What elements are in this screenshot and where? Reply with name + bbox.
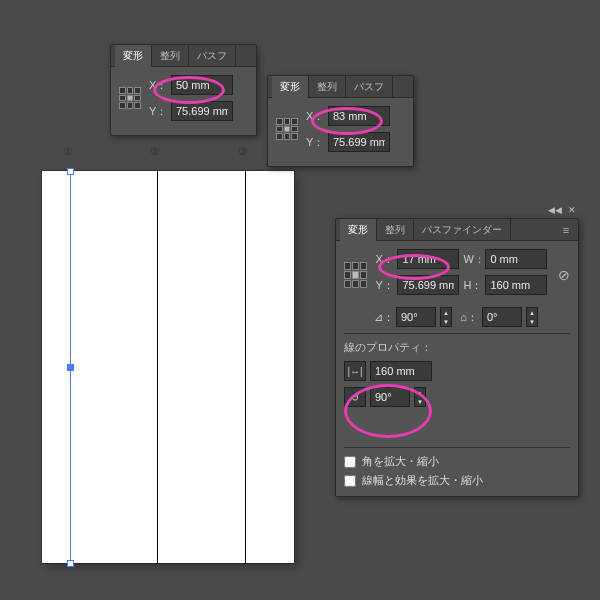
marker-2: ② — [150, 145, 160, 158]
constrain-link-icon[interactable]: ⊘ — [557, 261, 570, 289]
checkbox-input[interactable] — [344, 475, 356, 487]
spinner-down-icon: ▼ — [529, 319, 535, 325]
tab-label: パスファインダー — [422, 224, 502, 235]
tab-pathf[interactable]: パスフ — [346, 76, 393, 98]
shear-label: ⌂： — [456, 310, 478, 325]
y-label: Y： — [306, 135, 324, 150]
guide-line-2[interactable] — [157, 171, 158, 563]
tab-align[interactable]: 整列 — [309, 76, 346, 98]
h-label: H： — [463, 278, 481, 293]
x-label: X： — [375, 252, 393, 267]
reference-point-grid[interactable] — [344, 262, 367, 288]
rotate-input[interactable] — [396, 307, 436, 327]
y-label: Y： — [149, 104, 167, 119]
tab-label: 整列 — [160, 50, 180, 61]
marker-1: ① — [63, 145, 73, 158]
x-input[interactable] — [171, 75, 233, 95]
h-input[interactable] — [485, 275, 547, 295]
rotate-spinner[interactable]: ▲▼ — [440, 307, 452, 327]
panel-header[interactable]: 変形 整列 パスファインダー ≡ — [336, 219, 578, 241]
divider — [344, 447, 570, 448]
spinner-up-icon: ▲ — [443, 310, 449, 316]
line-props-heading: 線のプロパティ： — [344, 340, 570, 355]
line-handle-mid[interactable] — [67, 364, 74, 371]
tab-label: パスフ — [197, 50, 227, 61]
spinner-down-icon: ▼ — [417, 399, 423, 405]
x-input[interactable] — [397, 249, 459, 269]
reference-point-grid[interactable] — [119, 87, 141, 109]
shear-spinner[interactable]: ▲▼ — [526, 307, 538, 327]
transform-panel-small-1: 変形 整列 パスフ X： Y： — [110, 44, 257, 136]
collapse-icon[interactable]: ◀◀ — [546, 205, 564, 215]
x-label: X： — [149, 78, 167, 93]
line-length-icon: |↔| — [344, 361, 366, 381]
tab-label: 変形 — [280, 81, 300, 92]
tab-transform[interactable]: 変形 — [272, 76, 309, 98]
spinner-up-icon: ▲ — [417, 390, 423, 396]
y-label: Y： — [375, 278, 393, 293]
shear-input[interactable] — [482, 307, 522, 327]
scale-strokes-checkbox[interactable]: 線幅と効果を拡大・縮小 — [344, 473, 570, 488]
checkbox-label: 角を拡大・縮小 — [362, 454, 439, 469]
rotate-label: ⊿： — [374, 310, 392, 325]
tab-label: 変形 — [123, 50, 143, 61]
tab-label: パスフ — [354, 81, 384, 92]
x-input[interactable] — [328, 106, 390, 126]
line-angle-icon: ↺ — [344, 387, 366, 407]
panel-menu-icon[interactable]: ≡ — [558, 224, 574, 236]
panel-header[interactable]: 変形 整列 パスフ — [111, 45, 256, 67]
checkbox-input[interactable] — [344, 456, 356, 468]
tab-label: 変形 — [348, 224, 368, 235]
x-label: X： — [306, 109, 324, 124]
spinner-down-icon: ▼ — [443, 319, 449, 325]
spinner-up-icon: ▲ — [529, 310, 535, 316]
transform-panel-small-2: 変形 整列 パスフ X： Y： — [267, 75, 414, 167]
tab-pathf[interactable]: パスフ — [189, 45, 236, 67]
y-input[interactable] — [328, 132, 390, 152]
line-length-input[interactable] — [370, 361, 432, 381]
scale-corners-checkbox[interactable]: 角を拡大・縮小 — [344, 454, 570, 469]
transform-panel-large: ◀◀ ✕ 変形 整列 パスファインダー ≡ X： W： Y： — [335, 218, 579, 497]
tab-transform[interactable]: 変形 — [340, 219, 377, 241]
line-angle-input[interactable] — [370, 387, 410, 407]
tab-transform[interactable]: 変形 — [115, 45, 152, 67]
tab-align[interactable]: 整列 — [152, 45, 189, 67]
tab-align[interactable]: 整列 — [377, 219, 414, 241]
tab-label: 整列 — [317, 81, 337, 92]
w-label: W： — [463, 252, 481, 267]
line-handle-bottom[interactable] — [67, 560, 74, 567]
angle-spinner[interactable]: ▲▼ — [414, 387, 426, 407]
marker-3: ③ — [238, 145, 248, 158]
line-handle-top[interactable] — [67, 168, 74, 175]
y-input[interactable] — [397, 275, 459, 295]
checkbox-label: 線幅と効果を拡大・縮小 — [362, 473, 483, 488]
tab-label: 整列 — [385, 224, 405, 235]
artboard — [42, 171, 294, 563]
y-input[interactable] — [171, 101, 233, 121]
tab-pathfinder[interactable]: パスファインダー — [414, 219, 511, 241]
guide-line-3[interactable] — [245, 171, 246, 563]
divider — [344, 333, 570, 334]
panel-header[interactable]: 変形 整列 パスフ — [268, 76, 413, 98]
w-input[interactable] — [485, 249, 547, 269]
reference-point-grid[interactable] — [276, 118, 298, 140]
close-icon[interactable]: ✕ — [566, 205, 578, 215]
